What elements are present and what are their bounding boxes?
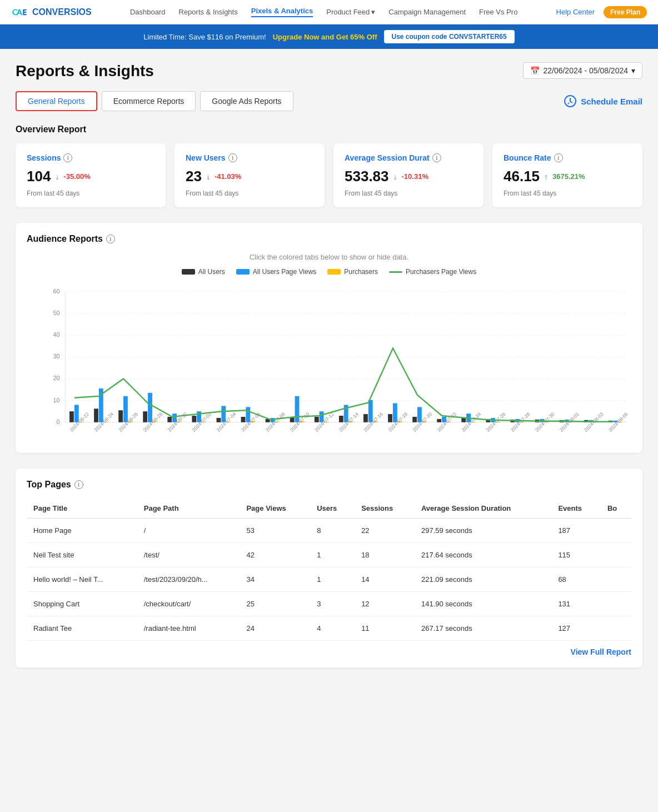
cell-bo — [601, 616, 631, 641]
chevron-down-icon: ▾ — [631, 66, 635, 75]
chevron-down-icon: ▾ — [371, 8, 375, 16]
date-range-picker[interactable]: 📅 22/06/2024 - 05/08/2024 ▾ — [523, 62, 642, 79]
logo-text: CONVERSIOS — [32, 7, 92, 17]
cell-page-path: /checkout/cart/ — [137, 592, 240, 616]
col-events: Events — [551, 499, 601, 519]
tab-google-ads-reports[interactable]: Google Ads Reports — [200, 91, 293, 111]
top-pages-title: Top Pages i — [27, 480, 631, 490]
cell-users: 1 — [310, 543, 355, 567]
svg-rect-58 — [437, 419, 441, 422]
svg-rect-19 — [118, 410, 123, 422]
table-row: Radiant Tee /radiant-tee.html 24 4 11 26… — [27, 616, 631, 641]
svg-rect-55 — [412, 417, 417, 422]
legend-color-all-users-pv — [236, 269, 250, 275]
info-icon-sessions: i — [63, 153, 72, 162]
legend-label-all-users: All Users — [198, 268, 225, 276]
cell-bo — [601, 543, 631, 567]
legend-all-users[interactable]: All Users — [182, 268, 225, 276]
stat-value-sessions: 104 ↓ -35.00% — [27, 168, 154, 185]
stat-period-bounce-rate: From last 45 days — [504, 190, 631, 197]
cell-avg-duration: 221.09 seconds — [415, 567, 551, 592]
date-range-value: 22/06/2024 - 05/08/2024 — [543, 66, 628, 75]
promo-banner: Limited Time: Save $116 on Premium! Upgr… — [0, 24, 658, 49]
legend-purchasers[interactable]: Purchasers — [327, 268, 378, 276]
col-page-title: Page Title — [27, 499, 137, 519]
stat-change-bounce-rate: 3675.21% — [552, 172, 585, 181]
nav-campaign[interactable]: Campaign Management — [388, 8, 466, 16]
stats-cards: Sessions i 104 ↓ -35.00% From last 45 da… — [16, 143, 642, 207]
cell-page-title: Shopping Cart — [27, 592, 137, 616]
cell-users: 8 — [310, 519, 355, 543]
svg-rect-61 — [461, 418, 466, 422]
cell-users: 4 — [310, 616, 355, 641]
legend-line-purchasers-pv — [389, 271, 402, 273]
col-page-path: Page Path — [137, 499, 240, 519]
stat-period-new-users: From last 45 days — [186, 190, 313, 197]
legend-all-users-pv[interactable]: All Users Page Views — [236, 268, 317, 276]
upgrade-link[interactable]: Upgrade Now and Get 65% Off — [273, 33, 377, 41]
stat-label-avg-session: Average Session Durat i — [345, 153, 472, 162]
nav-free-pro[interactable]: Free Vs Pro — [479, 8, 517, 16]
promo-text: Limited Time: Save $116 on Premium! — [143, 33, 266, 41]
top-pages-table: Page Title Page Path Page Views Users Se… — [27, 499, 631, 641]
stat-card-bounce-rate: Bounce Rate i 46.15 ↑ 3675.21% From last… — [492, 143, 642, 207]
top-pages-tbody: Home Page / 53 8 22 297.59 seconds 187 N… — [27, 519, 631, 641]
svg-rect-25 — [167, 417, 172, 422]
stat-value-avg-session: 533.83 ↓ -10.31% — [345, 168, 472, 185]
col-page-views: Page Views — [240, 499, 310, 519]
cell-page-views: 34 — [240, 567, 310, 592]
report-tabs: General Reports Ecommerce Reports Google… — [16, 91, 293, 111]
stat-period-sessions: From last 45 days — [27, 190, 154, 197]
svg-rect-22 — [143, 411, 147, 422]
cell-avg-duration: 297.59 seconds — [415, 519, 551, 543]
stat-change-avg-session: -10.31% — [402, 172, 428, 181]
cell-bo — [601, 592, 631, 616]
stat-card-new-users: New Users i 23 ↓ -41.03% From last 45 da… — [175, 143, 325, 207]
top-pages-section: Top Pages i Page Title Page Path Page Vi… — [16, 469, 642, 667]
nav-pixels[interactable]: Pixels & Analytics — [251, 7, 313, 17]
legend-purchasers-pv[interactable]: Purchasers Page Views — [389, 268, 476, 276]
nav-reports[interactable]: Reports & Insights — [179, 8, 238, 16]
schedule-email-label: Schedule Email — [581, 97, 642, 106]
col-bo: Bo — [601, 499, 631, 519]
view-full-report-link[interactable]: View Full Report — [571, 647, 631, 656]
audience-section: Audience Reports i Click the colored tab… — [16, 223, 642, 453]
schedule-icon — [564, 95, 576, 107]
col-sessions: Sessions — [355, 499, 415, 519]
svg-rect-31 — [217, 418, 221, 422]
nav-product-feed[interactable]: Product Feed ▾ — [326, 8, 375, 16]
schedule-email-button[interactable]: Schedule Email — [564, 95, 642, 107]
arrow-down-sessions: ↓ — [55, 172, 59, 181]
help-center-link[interactable]: Help Center — [556, 8, 595, 16]
cell-page-path: /radiant-tee.html — [137, 616, 240, 641]
svg-rect-34 — [241, 417, 246, 422]
table-row: Home Page / 53 8 22 297.59 seconds 187 — [27, 519, 631, 543]
cell-page-title: Hello world! – Neil T... — [27, 567, 137, 592]
svg-rect-16 — [94, 409, 98, 422]
free-plan-badge[interactable]: Free Plan — [604, 6, 647, 18]
chart-wrapper: 0 10 20 30 40 50 60 — [27, 285, 631, 442]
cell-sessions: 11 — [355, 616, 415, 641]
logo[interactable]: CONVERSIOS — [11, 7, 92, 18]
tab-ecommerce-reports[interactable]: Ecommerce Reports — [102, 91, 196, 111]
cell-users: 3 — [310, 592, 355, 616]
calendar-icon: 📅 — [530, 66, 540, 75]
info-icon-new-users: i — [228, 153, 237, 162]
svg-rect-23 — [148, 393, 152, 422]
cell-page-title: Neil Test site — [27, 543, 137, 567]
chart-hint: Click the colored tabs below to show or … — [27, 253, 631, 261]
svg-text:60: 60 — [53, 288, 59, 295]
col-users: Users — [310, 499, 355, 519]
nav-dashboard[interactable]: Dashboard — [130, 8, 166, 16]
table-row: Shopping Cart /checkout/cart/ 25 3 12 14… — [27, 592, 631, 616]
svg-text:50: 50 — [53, 310, 59, 316]
info-icon-audience: i — [106, 235, 115, 243]
cell-bo — [601, 567, 631, 592]
svg-rect-52 — [388, 414, 392, 422]
tab-general-reports[interactable]: General Reports — [16, 91, 97, 111]
navbar: CONVERSIOS Dashboard Reports & Insights … — [0, 0, 658, 24]
bar-all-users-0 — [69, 411, 74, 422]
svg-rect-28 — [192, 416, 196, 422]
svg-rect-41 — [295, 396, 300, 422]
coupon-box: Use coupon code CONVSTARTER65 — [384, 30, 515, 43]
